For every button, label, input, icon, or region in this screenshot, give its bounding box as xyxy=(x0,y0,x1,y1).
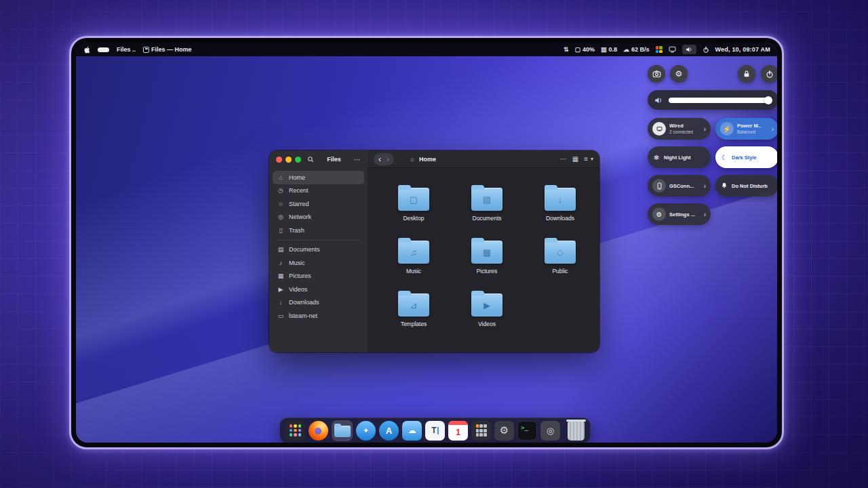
back-button[interactable]: ‹ xyxy=(378,155,381,163)
terminal-app-icon[interactable]: >_ xyxy=(517,421,537,441)
app-store-icon[interactable]: A xyxy=(379,421,399,441)
folder-music[interactable]: ♫ Music xyxy=(377,237,450,290)
tweaks-app-icon[interactable]: ◎ xyxy=(540,421,560,441)
sidebar-menu-icon[interactable]: ⋯ xyxy=(354,156,362,163)
folder-icon: ▤ xyxy=(471,188,502,211)
memory-icon: ▥ xyxy=(601,46,607,53)
app-grid-icon[interactable] xyxy=(285,421,305,441)
gsconnect-toggle[interactable]: GSConn... › xyxy=(648,175,711,197)
app-menu[interactable]: Files .. xyxy=(117,46,136,53)
updown-indicator-icon[interactable]: ⇅ xyxy=(564,46,569,53)
search-icon[interactable] xyxy=(307,156,314,163)
pictures-icon: ▦ xyxy=(471,241,502,264)
sidebar-item-documents[interactable]: ▤ Documents xyxy=(273,243,364,257)
workspace-indicator[interactable] xyxy=(98,47,109,52)
screencast-icon[interactable] xyxy=(669,46,676,53)
power-mode-status: Balanced xyxy=(737,129,755,134)
maximize-button[interactable] xyxy=(295,157,301,163)
folder-public[interactable]: ◇ Public xyxy=(524,237,597,290)
window-title-item[interactable]: Files — Home xyxy=(143,46,192,53)
files-app-icon[interactable] xyxy=(333,422,351,440)
sidebar-item-music[interactable]: ♪ Music xyxy=(273,256,364,270)
sidebar-item-pictures[interactable]: ▦ Pictures xyxy=(273,270,364,283)
sidebar-item-lsteam-net[interactable]: ▭ lsteam-net xyxy=(273,309,364,323)
sidebar-item-network[interactable]: ◎ Network xyxy=(273,211,364,224)
folder-templates[interactable]: ⊿ Templates xyxy=(377,290,450,343)
outer-background: Files .. Files — Home ⇅ ▢ 40% ▥ 0 xyxy=(0,0,868,488)
videos-icon: ▶ xyxy=(471,293,502,317)
weather-app-icon[interactable]: ☁ xyxy=(402,421,422,441)
calendar-day: 1 xyxy=(448,425,468,441)
cpu-value: 40% xyxy=(583,46,595,53)
sidebar-item-label: Home xyxy=(289,174,305,181)
hamburger-menu-icon[interactable]: ≡ xyxy=(584,156,588,163)
cpu-indicator[interactable]: ▢ 40% xyxy=(574,46,595,53)
sidebar-item-starred[interactable]: ☆ Starred xyxy=(273,197,364,211)
memory-indicator[interactable]: ▥ 0.8 xyxy=(601,46,617,53)
settings-app-icon[interactable]: ⚙ xyxy=(494,421,514,441)
downloads-icon: ↓ xyxy=(277,299,284,306)
power-button[interactable] xyxy=(761,65,777,83)
files-content: ‹ › ⌂ Home ⋯ ▦ ≡ ▾ xyxy=(368,150,599,352)
folder-downloads[interactable]: ↓ Downloads xyxy=(524,184,597,237)
breadcrumb[interactable]: ⌂ Home xyxy=(409,156,436,163)
wired-toggle[interactable]: Wired 2 connected › xyxy=(648,118,711,140)
calendar-app-icon[interactable]: 1 xyxy=(448,421,468,441)
sidebar-item-trash[interactable]: ▯ Trash xyxy=(273,224,364,237)
laptop-icon: ▢ xyxy=(574,46,580,53)
wired-status: 2 connected xyxy=(669,129,693,134)
view-toggle-icon[interactable]: ▦ xyxy=(572,156,578,163)
sidebar-item-videos[interactable]: ▶ Videos xyxy=(273,283,364,296)
cloud-icon: ☁ xyxy=(623,46,629,53)
power-indicator-icon[interactable] xyxy=(703,46,709,54)
sidebar-item-recent[interactable]: ◷ Recent xyxy=(273,184,364,198)
night-light-toggle[interactable]: ❄ Night Light xyxy=(648,146,711,168)
folder-label: Music xyxy=(406,268,421,274)
path-menu-icon[interactable]: ⋯ xyxy=(560,156,567,163)
folder-desktop[interactable]: ▢ Desktop xyxy=(377,184,450,237)
gear-icon: ⚙ xyxy=(652,207,666,221)
sidebar-item-home[interactable]: ⌂ Home xyxy=(273,171,364,184)
caret-down-icon[interactable]: ▾ xyxy=(591,157,593,162)
power-mode-toggle[interactable]: ⚡ Power M.. Balanced › xyxy=(715,118,777,140)
extensions-logo-icon[interactable] xyxy=(656,46,663,53)
folder-icon: ▦ xyxy=(471,241,502,264)
folder-label: Desktop xyxy=(403,215,424,222)
dark-style-toggle[interactable]: ☾ Dark Style xyxy=(715,146,777,168)
network-indicator[interactable]: ☁ 62 B/s xyxy=(623,46,650,53)
close-button[interactable] xyxy=(276,157,282,163)
folder-pictures[interactable]: ▦ Pictures xyxy=(450,237,524,290)
memory-value: 0.8 xyxy=(609,46,618,53)
apple-menu[interactable] xyxy=(83,45,90,54)
templates-icon: ⊿ xyxy=(398,293,429,317)
screenshot-button[interactable] xyxy=(648,65,665,83)
folder-label: Pictures xyxy=(477,268,498,274)
volume-track[interactable] xyxy=(669,98,772,103)
dnd-toggle[interactable]: Do Not Disturb xyxy=(715,175,777,197)
recent-icon: ◷ xyxy=(277,187,284,194)
settings-gear-button[interactable]: ⚙ xyxy=(670,65,688,83)
volume-knob[interactable] xyxy=(764,96,772,104)
minimize-button[interactable] xyxy=(285,157,292,163)
calculator-app-icon[interactable] xyxy=(471,421,491,441)
folder-videos[interactable]: ▶ Videos xyxy=(450,290,524,343)
safari-icon[interactable]: ✦ xyxy=(356,421,376,441)
sidebar-item-downloads[interactable]: ↓ Downloads xyxy=(273,296,364,310)
home-icon: ⌂ xyxy=(277,174,284,181)
firefox-icon[interactable] xyxy=(309,421,328,441)
moon-icon: ☾ xyxy=(720,154,728,161)
volume-slider[interactable] xyxy=(648,90,777,110)
compass-icon: ✦ xyxy=(363,426,369,435)
text-editor-icon[interactable]: T xyxy=(425,421,445,441)
volume-indicator[interactable] xyxy=(682,45,696,54)
desktop-icon: ▢ xyxy=(398,188,429,211)
lock-button[interactable] xyxy=(738,65,755,83)
window-icon xyxy=(143,47,149,53)
forward-button[interactable]: › xyxy=(387,155,389,163)
clock[interactable]: Wed, 10, 09:07 AM xyxy=(715,46,770,53)
folder-documents[interactable]: ▤ Documents xyxy=(450,184,524,237)
sidebar-item-label: Trash xyxy=(289,227,304,234)
trash-icon[interactable] xyxy=(568,421,585,441)
folder-label: Documents xyxy=(473,215,502,222)
settings-toggle[interactable]: ⚙ Settings ... › xyxy=(648,203,711,225)
